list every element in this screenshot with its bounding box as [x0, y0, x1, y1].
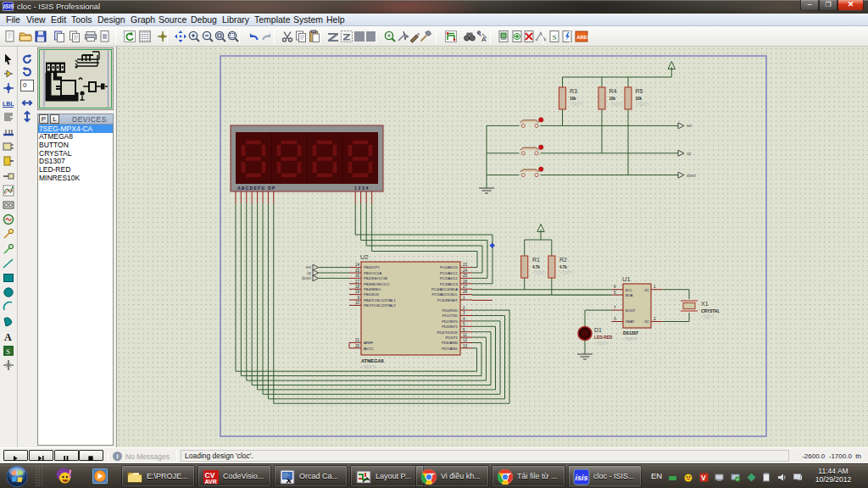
svg-text:R3: R3	[570, 88, 577, 94]
svg-text:PD3/INT1: PD3/INT1	[442, 324, 458, 329]
svg-text:PD0/RXD: PD0/RXD	[442, 308, 458, 313]
svg-text:3: 3	[463, 311, 465, 315]
svg-text:PD5/T1: PD5/T1	[445, 336, 458, 340]
svg-text:up: up	[687, 152, 692, 156]
svg-text:10k: 10k	[636, 97, 643, 101]
svg-text:X1: X1	[644, 288, 649, 292]
svg-text:PB6/TOSC1/XTAL1: PB6/TOSC1/XTAL1	[364, 298, 396, 302]
svg-text:18: 18	[355, 285, 360, 289]
svg-text:set: set	[306, 265, 312, 269]
svg-text:12: 12	[463, 338, 468, 342]
svg-text:10: 10	[355, 301, 360, 305]
svg-text:LED-RED: LED-RED	[594, 336, 613, 340]
svg-text:AVCC: AVCC	[364, 347, 374, 351]
svg-text:<TEXT>: <TEXT>	[361, 364, 377, 369]
svg-text:2: 2	[654, 317, 656, 321]
svg-text:4.7k: 4.7k	[559, 265, 567, 269]
svg-text:3: 3	[614, 317, 616, 321]
svg-text:PD2/INT0: PD2/INT0	[442, 319, 458, 324]
svg-text:5: 5	[614, 291, 616, 295]
svg-text:PD1/TXD: PD1/TXD	[442, 313, 458, 318]
svg-text:28: 28	[463, 290, 468, 294]
svg-text:R2: R2	[559, 257, 567, 263]
svg-text:14: 14	[355, 263, 360, 267]
svg-text:6: 6	[463, 328, 465, 332]
svg-text:down: down	[687, 174, 696, 178]
svg-text:DS1307: DS1307	[623, 330, 638, 336]
svg-text:15: 15	[355, 269, 360, 273]
svg-text:R1: R1	[532, 257, 540, 263]
svg-text:<TEXT>: <TEXT>	[636, 103, 650, 107]
svg-text:<TEXT>: <TEXT>	[594, 341, 609, 346]
svg-text:PC3/ADC3: PC3/ADC3	[440, 282, 459, 286]
svg-text:down: down	[302, 276, 311, 280]
svg-text:<TEXT>: <TEXT>	[570, 103, 584, 107]
svg-text:up: up	[307, 271, 312, 275]
svg-text:R5: R5	[636, 88, 643, 94]
svg-text:27: 27	[463, 285, 468, 289]
svg-text:1: 1	[654, 285, 656, 289]
svg-text:VBAT: VBAT	[626, 319, 635, 324]
svg-text:X1: X1	[701, 301, 709, 307]
svg-text:PB7/TOSC2/XTAL2: PB7/TOSC2/XTAL2	[364, 303, 396, 308]
svg-text:V: V	[701, 474, 706, 482]
svg-text:20: 20	[355, 344, 360, 348]
svg-text:5: 5	[463, 322, 465, 326]
svg-text:SOUT: SOUT	[626, 308, 636, 313]
svg-text:<TEXT>: <TEXT>	[701, 315, 715, 319]
svg-text:S: S	[553, 33, 557, 42]
svg-text:25: 25	[463, 274, 468, 278]
svg-text:U1: U1	[622, 275, 631, 283]
svg-text:LBL: LBL	[3, 101, 14, 107]
svg-text:19: 19	[355, 290, 360, 294]
svg-text:AVR: AVR	[205, 479, 217, 485]
svg-text:X2: X2	[644, 319, 649, 324]
svg-text:set: set	[687, 124, 693, 128]
svg-text:isis: isis	[576, 474, 588, 482]
svg-text:PC5/ADC5/SCL: PC5/ADC5/SCL	[431, 292, 458, 297]
svg-text:11: 11	[463, 333, 467, 337]
svg-text:<TEXT>: <TEXT>	[623, 337, 638, 341]
svg-text:PD6/AIN0: PD6/AIN0	[442, 341, 459, 345]
svg-text:SDA: SDA	[626, 293, 633, 297]
svg-text:4.7k: 4.7k	[532, 265, 540, 269]
svg-text:D1: D1	[594, 327, 602, 333]
svg-text:<TEXT>: <TEXT>	[609, 103, 624, 107]
svg-text:PC6/RESET: PC6/RESET	[437, 298, 458, 302]
svg-text:ARES: ARES	[576, 35, 588, 40]
svg-text:9: 9	[357, 296, 359, 300]
svg-text:PB4/MISO: PB4/MISO	[364, 287, 381, 291]
svg-text:PB5/SCK: PB5/SCK	[364, 292, 379, 297]
svg-text:PC1/ADC1: PC1/ADC1	[440, 271, 459, 275]
svg-text:ATMEGA8: ATMEGA8	[361, 358, 383, 363]
svg-text:AREF: AREF	[364, 341, 374, 345]
svg-text:PC4/ADC4/SDA: PC4/ADC4/SDA	[431, 287, 458, 291]
svg-text:4: 4	[463, 317, 465, 321]
svg-text:PD4/T0/XCK: PD4/T0/XCK	[437, 330, 458, 335]
svg-text:7: 7	[614, 306, 616, 310]
svg-text:10k: 10k	[609, 97, 616, 101]
svg-text:2: 2	[463, 306, 465, 310]
svg-text:16: 16	[355, 274, 360, 278]
svg-text:6: 6	[614, 285, 616, 289]
svg-text:1234: 1234	[354, 186, 370, 191]
svg-text:SCL: SCL	[626, 288, 633, 292]
svg-text:ABCDEFG DP: ABCDEFG DP	[237, 186, 275, 191]
svg-text:U2: U2	[360, 253, 369, 261]
svg-text:CRYSTAL: CRYSTAL	[701, 309, 720, 313]
svg-text:PB0/ICP1: PB0/ICP1	[364, 265, 380, 269]
svg-text:<TEXT>: <TEXT>	[532, 271, 547, 275]
svg-text:1: 1	[463, 296, 465, 300]
svg-text:23: 23	[463, 263, 468, 267]
svg-text:10k: 10k	[570, 97, 576, 101]
svg-text:17: 17	[355, 280, 360, 284]
svg-text:PB3/MOSI/OC2: PB3/MOSI/OC2	[364, 282, 390, 286]
svg-text:A: A	[4, 331, 12, 343]
svg-text:PD7/AIN1: PD7/AIN1	[442, 347, 459, 351]
svg-text:PB1/OC1A: PB1/OC1A	[364, 271, 381, 275]
svg-text:PB2/SS/OC1B: PB2/SS/OC1B	[364, 276, 387, 280]
svg-text:26: 26	[463, 280, 468, 284]
svg-text:R4: R4	[609, 88, 617, 94]
svg-text:24: 24	[463, 269, 468, 273]
svg-text:S: S	[6, 347, 10, 356]
